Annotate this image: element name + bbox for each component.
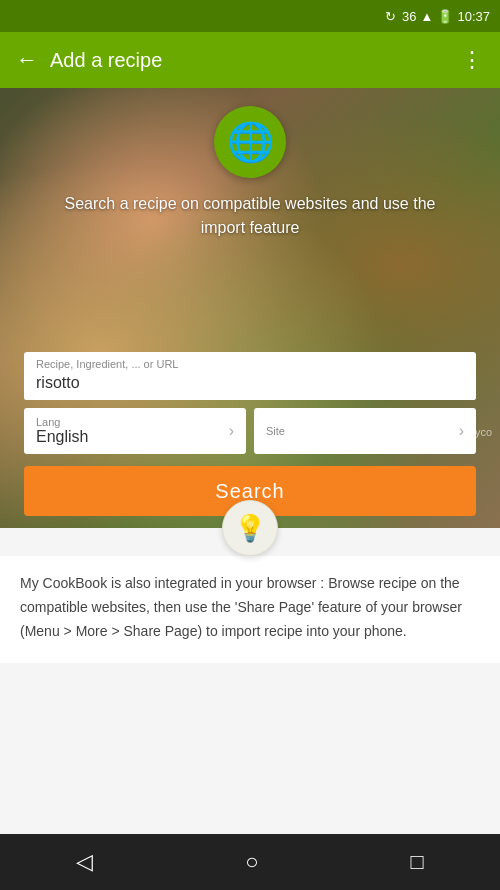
toolbar: ← Add a recipe ⋮ [0,32,500,88]
search-form: Recipe, Ingredient, ... or URL Lang Engl… [24,352,476,516]
site-selector-content: Site [266,425,285,437]
site-selector[interactable]: Site › [254,408,476,454]
nav-recents-button[interactable]: □ [391,841,444,883]
description-line2: import feature [201,219,300,236]
hero-description: Search a recipe on compatible websites a… [0,192,500,240]
time-display: 10:37 [457,9,490,24]
refresh-icon: ↻ [385,9,396,24]
back-button[interactable]: ← [16,47,38,73]
bulb-icon: 💡 [234,513,266,544]
recipe-input-label: Recipe, Ingredient, ... or URL [24,352,476,370]
status-icons: 36 ▲ 🔋 10:37 [402,9,490,24]
site-chevron-icon: › [459,422,464,440]
info-section: My CookBook is also integrated in your b… [0,556,500,663]
recipe-input-group: Recipe, Ingredient, ... or URL [24,352,476,400]
selectors-row: Lang English › Site › [24,408,476,454]
lang-label: Lang [36,416,88,428]
bulb-circle: 💡 [222,500,278,556]
signal-icon: ▲ [421,9,434,24]
recipe-input[interactable] [24,370,476,400]
lang-selector-content: Lang English [36,416,88,446]
info-text: My CookBook is also integrated in your b… [20,572,480,643]
page-title: Add a recipe [50,49,449,72]
lang-selector[interactable]: Lang English › [24,408,246,454]
bottom-navigation: ◁ ○ □ [0,834,500,890]
site-label: Site [266,425,285,437]
bulb-circle-container: 💡 [0,500,500,556]
hero-section: 🌐 Search a recipe on compatible websites… [0,88,500,528]
nav-back-button[interactable]: ◁ [56,841,113,883]
lang-value: English [36,428,88,445]
lang-chevron-icon: › [229,422,234,440]
description-line1: Search a recipe on compatible websites a… [65,195,436,212]
network-indicator: 36 [402,9,416,24]
globe-icon: 🌐 [227,120,274,164]
nav-home-button[interactable]: ○ [225,841,278,883]
menu-button[interactable]: ⋮ [461,47,484,73]
battery-icon: 🔋 [437,9,453,24]
globe-circle: 🌐 [214,106,286,178]
status-bar: ↻ 36 ▲ 🔋 10:37 [0,0,500,32]
